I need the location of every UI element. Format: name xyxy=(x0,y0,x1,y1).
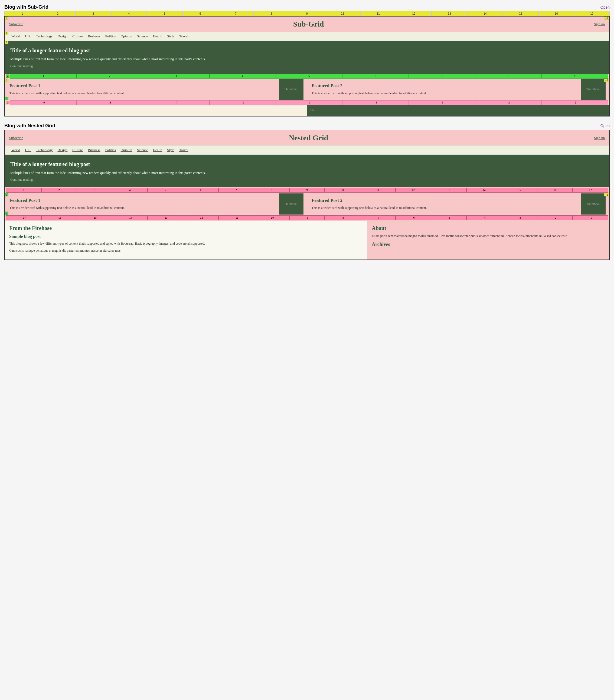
neg-col-num-neg3: -3 xyxy=(409,100,475,105)
col-num-8: 8 xyxy=(254,11,290,16)
nested-nav-item-politics[interactable]: Politics xyxy=(103,147,118,153)
firehose-post-body2: Cum sociis natoque penatibus et magnis d… xyxy=(9,248,363,253)
col-num-7: 7 xyxy=(218,11,254,16)
nested-neg-col-num-neg9: -9 xyxy=(290,215,325,220)
nested-nav-item-us.[interactable]: U.S. xyxy=(23,147,33,153)
nav-item-politics[interactable]: Politics xyxy=(103,34,118,39)
firehose-post-title: Sample blog post xyxy=(9,234,363,239)
subscribe-link[interactable]: Subscribe xyxy=(9,22,23,26)
nested-nav-item-travel[interactable]: Travel xyxy=(177,147,190,153)
nested-nav-item-technology[interactable]: Technology xyxy=(34,147,55,153)
nav-item-style[interactable]: Style xyxy=(165,34,177,39)
card-row-neg1-badge: −1 xyxy=(604,78,609,82)
nested-section: Blog with Nested Grid Open Subscribe Nes… xyxy=(4,123,610,260)
nested-section-title: Blog with Nested Grid xyxy=(4,123,55,129)
nested-neg-col-num-neg11: -11 xyxy=(218,215,254,220)
nav-item-opinion[interactable]: Opinion xyxy=(118,34,135,39)
nested-neg-col-num-neg3: -3 xyxy=(502,215,537,220)
nav-item-design[interactable]: Design xyxy=(55,34,69,39)
subgrid-col-num-6: 6 xyxy=(342,74,409,78)
nested-neg-col-num-neg15: -15 xyxy=(77,215,112,220)
nested-col-num-17: 17 xyxy=(573,188,608,192)
nested-nav-item-world[interactable]: World xyxy=(9,147,22,153)
subgrid-col-num-8: 8 xyxy=(475,74,541,78)
nested-card2-body: This is a wider card with supporting tex… xyxy=(311,205,579,210)
nested-col-num-2: 2 xyxy=(41,188,77,192)
nav-item-world[interactable]: World xyxy=(9,34,22,39)
nested-continue[interactable]: Continue reading... xyxy=(10,178,35,182)
neg-col-num-neg2: -2 xyxy=(475,100,541,105)
nav-item-us.[interactable]: U.S. xyxy=(23,34,33,39)
nested-nav-item-science[interactable]: Science xyxy=(135,147,150,153)
nav-item-science[interactable]: Science xyxy=(135,34,150,39)
subgrid-col-num-5: 5 xyxy=(276,74,342,78)
hero-continue[interactable]: Continue reading... xyxy=(10,64,35,68)
nested-neg-col-num-neg5: -5 xyxy=(431,215,466,220)
subgrid-open-link[interactable]: Open xyxy=(600,5,610,10)
col-num-6: 6 xyxy=(182,11,218,16)
row-neg1-badge: −1 xyxy=(604,16,609,20)
subgrid-col-num-1: 1 xyxy=(10,74,76,78)
col-num-17: 17 xyxy=(574,11,610,16)
nested-card1-thumbnail: Thumbnail xyxy=(279,193,304,215)
subgrid-cards-section: 4 123456789 1 Featured Post 1 This is a … xyxy=(5,74,609,116)
subgrid-hero-post: Title of a longer featured blog post Mul… xyxy=(5,41,609,74)
nested-nav-item-health[interactable]: Health xyxy=(151,147,165,153)
nested-nav-item-design[interactable]: Design xyxy=(55,147,69,153)
nested-card2-thumbnail: Thumbnail xyxy=(581,193,605,215)
nested-demo: Subscribe Nested Grid Sign up WorldU.S.T… xyxy=(4,130,610,260)
nested-nav-item-style[interactable]: Style xyxy=(165,147,177,153)
card1-thumbnail: Thumbnail xyxy=(279,78,304,100)
nested-neg-col-num-neg4: -4 xyxy=(466,215,502,220)
col-num-9: 9 xyxy=(289,11,325,16)
nested-neg-col-num-neg7: -7 xyxy=(360,215,396,220)
neg-col-num-neg1: -1 xyxy=(542,100,608,105)
nested-neg-col-num-neg13: -13 xyxy=(148,215,183,220)
nav-item-technology[interactable]: Technology xyxy=(34,34,55,39)
nested-nav-item-business[interactable]: Business xyxy=(86,147,102,153)
nested-neg-col-num-neg10: -10 xyxy=(254,215,290,220)
nested-row-1-badge: 1 xyxy=(5,193,9,196)
nested-subscribe-link[interactable]: Subscribe xyxy=(9,136,23,140)
nav-item-health[interactable]: Health xyxy=(151,34,165,39)
nested-col-num-11: 11 xyxy=(360,188,396,192)
card1-body: This is a wider card with supporting tex… xyxy=(10,91,277,96)
nav-item-culture[interactable]: Culture xyxy=(70,34,85,39)
featured-card-1: Featured Post 1 This is a wider card wit… xyxy=(5,78,307,100)
col-num-16: 16 xyxy=(538,11,574,16)
subgrid-col-num-2: 2 xyxy=(77,74,143,78)
subgrid-blog-content: 1 Subscribe Sub-Grid Sign up −1 2 WorldU… xyxy=(5,16,609,116)
nested-card1-title: Featured Post 1 xyxy=(10,198,277,203)
nested-nav-item-culture[interactable]: Culture xyxy=(70,147,85,153)
partial-card-left xyxy=(5,105,307,116)
nested-header-row: Subscribe Nested Grid Sign up xyxy=(5,130,609,146)
nav-item-travel[interactable]: Travel xyxy=(177,34,190,39)
nested-col-num-9: 9 xyxy=(290,188,325,192)
nested-card1-body: This is a wider card with supporting tex… xyxy=(10,205,277,210)
nested-open-link[interactable]: Open xyxy=(600,124,610,128)
nested-col-num-7: 7 xyxy=(218,188,254,192)
col-num-1: 1 xyxy=(4,11,40,16)
nested-col-num-15: 15 xyxy=(502,188,537,192)
nested-nav-item-opinion[interactable]: Opinion xyxy=(118,147,135,153)
subgrid-col-num-4: 4 xyxy=(209,74,276,78)
nested-neg-col-num-neg17: -17 xyxy=(6,215,41,220)
card1-title: Featured Post 1 xyxy=(10,83,277,89)
neg-col-num-neg5: -5 xyxy=(276,100,342,105)
neg-col-num-neg7: -7 xyxy=(143,100,209,105)
cards-row-wrapper: 1 Featured Post 1 This is a wider card w… xyxy=(5,78,609,100)
nested-card-2: Featured Post 2 This is a wider card wit… xyxy=(307,193,609,215)
row-5-badge: 5 xyxy=(6,101,10,104)
card-row-2-badge: 2 xyxy=(5,97,9,100)
nested-col-num-14: 14 xyxy=(466,188,502,192)
signup-link[interactable]: Sign up xyxy=(594,22,605,26)
subgrid-nav: WorldU.S.TechnologyDesignCultureBusiness… xyxy=(5,32,609,41)
card2-thumbnail: Thumbnail xyxy=(581,78,605,100)
nested-signup-link[interactable]: Sign up xyxy=(594,136,605,140)
nested-col-num-5: 5 xyxy=(148,188,183,192)
row-2-badge: 2 xyxy=(5,32,9,35)
col-num-13: 13 xyxy=(432,11,467,16)
nav-item-business[interactable]: Business xyxy=(86,34,102,39)
firehose-post-body1: This blog post shows a few different typ… xyxy=(9,241,363,246)
nested-neg-col-num-neg8: -8 xyxy=(324,215,360,220)
